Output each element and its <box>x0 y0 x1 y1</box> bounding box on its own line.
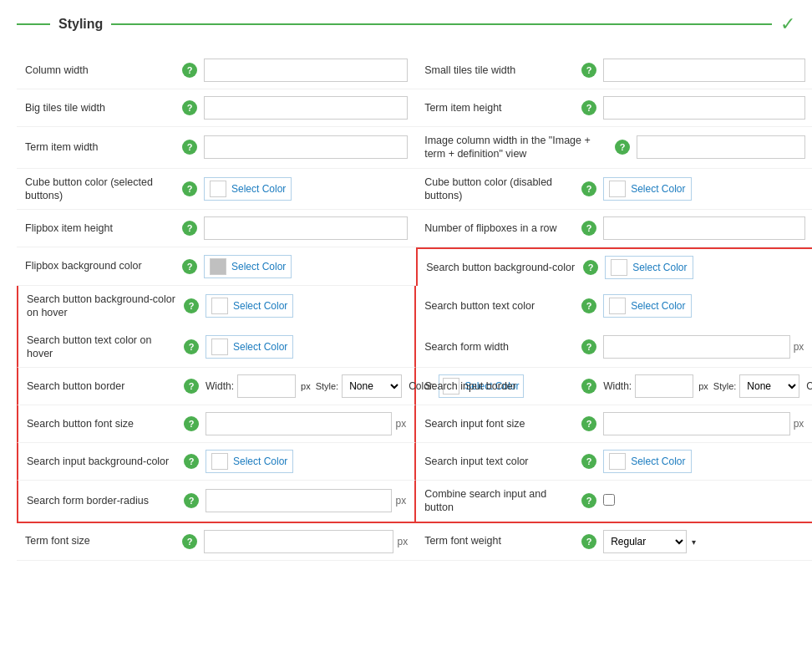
search-btn-text-color-input-wrap: Select Color <box>603 294 804 318</box>
search-btn-bg-color-button[interactable]: Select Color <box>605 256 693 279</box>
search-btn-font-size-input[interactable] <box>206 412 392 435</box>
check-icon[interactable]: ✓ <box>780 13 795 35</box>
combine-search-label: Combine search input and button <box>424 487 575 515</box>
search-btn-text-color-label-text: Select Color <box>631 300 685 312</box>
small-tiles-width-input-wrap: 85px <box>603 59 805 82</box>
cube-btn-selected-label: Cube button color (selected buttons) <box>25 176 175 203</box>
field-search-btn-text-hover: Search button text color on hover ? Sele… <box>17 327 416 369</box>
search-input-text-color-button[interactable]: Select Color <box>603 450 691 473</box>
search-btn-border-style-label: Style: <box>316 381 339 391</box>
page-title: Styling <box>58 17 103 32</box>
cube-btn-disabled-help[interactable]: ? <box>581 181 596 196</box>
field-small-tiles-width: Small tiles tile width ? 85px <box>416 52 812 89</box>
term-font-weight-chevron: ▾ <box>692 537 696 547</box>
field-cube-btn-selected: Cube button color (selected buttons) ? S… <box>17 169 416 211</box>
search-form-width-px: px <box>794 341 804 353</box>
search-btn-bg-color-help[interactable]: ? <box>583 260 598 275</box>
term-item-height-label: Term item height <box>424 101 575 115</box>
search-btn-border-label: Search button border <box>27 379 177 393</box>
header: Styling ✓ <box>17 13 795 35</box>
search-btn-text-color-button[interactable]: Select Color <box>603 294 691 318</box>
term-item-width-input[interactable]: 220px <box>204 135 408 159</box>
search-btn-bg-hover-help[interactable]: ? <box>184 298 199 313</box>
search-form-border-radius-input[interactable] <box>206 489 392 512</box>
flipbox-bg-color-button[interactable]: Select Color <box>204 255 292 278</box>
search-btn-border-style-select[interactable]: NoneSolidDashedDotted <box>342 374 402 398</box>
combine-search-checkbox[interactable] <box>603 494 615 506</box>
search-btn-bg-color-input-wrap: Select Color <box>605 256 804 279</box>
combine-search-input-wrap <box>603 494 804 508</box>
cube-btn-disabled-color[interactable]: Select Color <box>603 177 691 201</box>
term-font-weight-select[interactable]: Regular Bold Light Normal <box>603 530 687 553</box>
term-font-weight-help[interactable]: ? <box>581 534 596 549</box>
search-form-width-input[interactable] <box>603 335 789 359</box>
image-column-width-input[interactable] <box>637 135 805 159</box>
search-btn-text-hover-button[interactable]: Select Color <box>206 335 293 359</box>
term-font-weight-label: Term font weight <box>424 534 575 547</box>
field-search-btn-font-size: Search button font size ? px <box>17 405 416 443</box>
search-form-border-radius-help[interactable]: ? <box>184 493 199 508</box>
big-tiles-width-input-wrap: 179px <box>204 96 408 120</box>
search-btn-bg-hover-input-wrap: Select Color <box>206 294 406 318</box>
search-input-text-color-swatch <box>609 453 626 470</box>
search-input-border-style-select[interactable]: NoneSolidDashedDotted <box>739 374 799 398</box>
search-btn-text-hover-input-wrap: Select Color <box>206 335 406 359</box>
column-width-input[interactable]: 200px <box>204 59 408 82</box>
search-input-font-size-help[interactable]: ? <box>581 416 596 431</box>
combine-search-help[interactable]: ? <box>581 493 596 508</box>
search-input-border-width-label: Width: <box>603 380 632 392</box>
flipboxes-in-row-help[interactable]: ? <box>581 221 596 236</box>
search-input-font-size-label: Search input font size <box>424 417 575 430</box>
small-tiles-width-input[interactable]: 85px <box>603 59 805 82</box>
image-column-width-help[interactable]: ? <box>615 140 630 155</box>
term-font-weight-input-wrap: Regular Bold Light Normal ▾ <box>603 530 805 553</box>
search-input-text-color-help[interactable]: ? <box>581 454 596 469</box>
big-tiles-width-help[interactable]: ? <box>182 100 197 115</box>
image-column-width-input-wrap <box>637 135 805 159</box>
search-btn-text-color-help[interactable]: ? <box>581 298 596 313</box>
term-font-size-input[interactable] <box>204 530 393 553</box>
flipboxes-in-row-input[interactable]: 6 <box>603 216 805 240</box>
field-search-input-text-color: Search input text color ? Select Color <box>416 443 812 481</box>
term-font-size-help[interactable]: ? <box>182 534 197 549</box>
search-input-font-size-input[interactable] <box>603 412 789 435</box>
flipbox-height-input-wrap: 160px <box>204 216 408 240</box>
cube-btn-selected-help[interactable]: ? <box>182 181 197 196</box>
small-tiles-width-help[interactable]: ? <box>581 63 596 78</box>
search-btn-font-size-input-wrap: px <box>206 412 406 435</box>
search-btn-font-size-help[interactable]: ? <box>184 416 199 431</box>
column-width-label: Column width <box>25 64 175 77</box>
column-width-input-wrap: 200px <box>204 59 408 82</box>
flipbox-height-input[interactable]: 160px <box>204 216 408 240</box>
column-width-help[interactable]: ? <box>182 63 197 78</box>
big-tiles-width-input[interactable]: 179px <box>204 96 408 120</box>
field-term-font-weight: Term font weight ? Regular Bold Light No… <box>416 523 812 561</box>
term-item-height-help[interactable]: ? <box>581 100 596 115</box>
search-input-border-help[interactable]: ? <box>581 379 596 394</box>
search-btn-text-hover-help[interactable]: ? <box>184 339 199 354</box>
search-input-bg-color-input-wrap: Select Color <box>206 450 406 473</box>
search-form-width-help[interactable]: ? <box>581 339 596 354</box>
search-btn-bg-hover-label: Search button background-color on hover <box>27 293 177 320</box>
search-form-width-label: Search form width <box>424 340 575 354</box>
search-btn-text-hover-label: Search button text color on hover <box>27 334 177 361</box>
flipboxes-in-row-input-wrap: 6 <box>603 216 805 240</box>
cube-btn-selected-color[interactable]: Select Color <box>204 177 292 201</box>
search-input-border-width-input[interactable] <box>635 374 693 398</box>
flipbox-bg-color-help[interactable]: ? <box>182 259 197 274</box>
search-btn-bg-hover-button[interactable]: Select Color <box>206 294 293 318</box>
search-btn-border-width-input[interactable] <box>237 374 296 398</box>
field-combine-search: Combine search input and button ? <box>416 481 812 523</box>
search-input-bg-color-button[interactable]: Select Color <box>206 450 293 473</box>
search-input-bg-color-help[interactable]: ? <box>184 454 199 469</box>
field-flipbox-height: Flipbox item height ? 160px <box>17 210 416 247</box>
field-search-btn-text-color: Search button text color ? Select Color <box>416 286 812 327</box>
search-btn-text-hover-swatch <box>211 339 228 355</box>
flipbox-height-help[interactable]: ? <box>182 221 197 236</box>
search-input-font-size-input-wrap: px <box>603 412 804 435</box>
field-big-tiles-width: Big tiles tile width ? 179px <box>17 89 416 127</box>
search-btn-border-help[interactable]: ? <box>184 379 199 394</box>
search-form-width-input-wrap: px <box>603 335 804 359</box>
term-item-height-input[interactable]: 245px <box>603 96 805 120</box>
term-item-width-help[interactable]: ? <box>182 140 197 155</box>
